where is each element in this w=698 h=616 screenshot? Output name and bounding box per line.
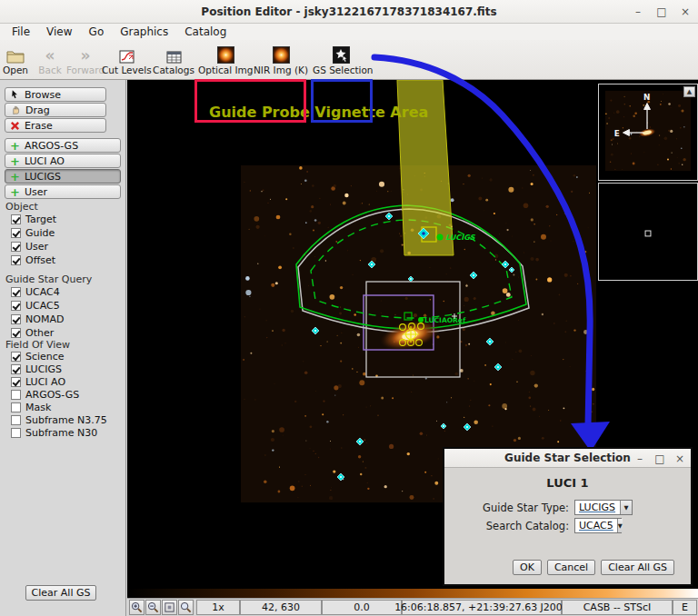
plus-icon: +	[10, 187, 20, 197]
close-icon[interactable]: ×	[674, 452, 685, 465]
compass-east-label: E	[614, 129, 620, 138]
checkbox-subframe-n30[interactable]: Subframe N30	[11, 426, 97, 439]
checkbox-argos-gs-fov[interactable]: ARGOS-GS	[11, 388, 79, 401]
minimize-icon[interactable]: –	[634, 452, 645, 465]
chevron-down-icon: ▼	[617, 519, 623, 532]
checkbox[interactable]	[11, 428, 21, 438]
folder-icon	[2, 42, 29, 64]
checkbox[interactable]	[11, 314, 21, 324]
guide-star-query-title: Guide Star Query	[5, 273, 92, 285]
checkbox[interactable]	[11, 364, 21, 374]
clear-all-gs-button[interactable]: Clear All GS	[601, 560, 674, 575]
checkbox[interactable]	[11, 415, 21, 425]
open-button[interactable]: Open	[2, 42, 29, 78]
sidebar: Browse Drag Erase + ARGOS-GS + LUCI AO +…	[0, 80, 126, 616]
cut-levels-button[interactable]: Cut Levels	[102, 42, 151, 78]
checkbox[interactable]	[11, 390, 21, 400]
zoom-out-button[interactable]	[145, 600, 161, 615]
magnifier-button[interactable]	[178, 600, 194, 615]
checkbox-user[interactable]: User	[11, 240, 48, 253]
nir-image-icon	[273, 46, 290, 64]
minimize-icon[interactable]: –	[633, 5, 643, 18]
checkbox[interactable]	[11, 287, 21, 297]
wcs-coords-readout: 16:06:18.857, +21:39:27.63 J2000	[402, 600, 562, 615]
erase-tool-button[interactable]: Erase	[5, 118, 106, 133]
checkbox-luci-ao-fov[interactable]: LUCI AO	[11, 375, 65, 388]
checkbox-offset[interactable]: Offset	[11, 253, 55, 266]
add-lucigs-button[interactable]: + LUCIGS	[5, 169, 121, 184]
ok-button[interactable]: OK	[513, 560, 542, 575]
dialog-heading: LUCI 1	[444, 476, 691, 490]
menu-catalog[interactable]: Catalog	[176, 25, 234, 38]
add-luci-ao-button[interactable]: + LUCI AO	[5, 154, 121, 168]
plus-icon: +	[10, 172, 20, 182]
clear-all-gs-sidebar-button[interactable]: Clear All GS	[25, 585, 96, 601]
pan-scene: N E	[599, 84, 697, 180]
checkbox[interactable]	[11, 377, 21, 387]
equinox-readout: E	[673, 600, 697, 615]
pixel-value-readout: 0.0	[322, 600, 402, 615]
dialog-title: Guide Star Selection	[504, 452, 631, 464]
dialog-title-bar: Guide Star Selection – □ ×	[444, 449, 691, 468]
drag-tool-button[interactable]: Drag	[5, 103, 106, 117]
zoom-fit-button[interactable]	[162, 600, 177, 615]
status-bar: 1x 42, 630 0.0 16:06:18.857, +21:39:27.6…	[127, 598, 698, 616]
guide-star-type-select[interactable]: LUCIGS ▼	[574, 500, 633, 515]
checkbox-science[interactable]: Science	[11, 350, 65, 363]
checkbox-subframe-n375[interactable]: Subframe N3.75	[11, 413, 107, 426]
menu-graphics[interactable]: Graphics	[112, 25, 176, 38]
survey-readout: CASB -- STScI	[562, 600, 673, 615]
checkbox-mask[interactable]: Mask	[11, 401, 51, 413]
checkbox[interactable]	[11, 328, 21, 338]
checkbox[interactable]	[11, 301, 21, 311]
position-editor-window: Position Editor - jsky312216717837183416…	[0, 0, 698, 616]
checkbox-guide[interactable]: Guide	[11, 226, 55, 239]
checkbox-ucac4[interactable]: UCAC4	[11, 285, 60, 298]
gs-selection-icon	[313, 42, 369, 64]
zoom-in-button[interactable]	[129, 600, 145, 615]
guide-star-type-row: Guide Star Type: LUCIGS ▼	[444, 500, 691, 515]
chevron-right-icon: »	[65, 42, 105, 64]
catalogs-icon	[151, 42, 196, 64]
add-user-button[interactable]: + User	[5, 184, 121, 199]
checkbox[interactable]	[11, 228, 21, 238]
checkbox-other[interactable]: Other	[11, 326, 54, 339]
checkbox[interactable]	[11, 352, 21, 362]
checkbox-lucigs-fov[interactable]: LUCIGS	[11, 363, 62, 375]
pan-window[interactable]: ▲ N E	[598, 84, 698, 181]
back-button[interactable]: « Back	[35, 42, 65, 78]
forward-button[interactable]: » Forward	[65, 42, 105, 78]
cancel-button[interactable]: Cancel	[547, 560, 595, 575]
checkbox-ucac5[interactable]: UCAC5	[11, 299, 60, 312]
pixel-coords-readout: 42, 630	[240, 600, 322, 615]
maximize-icon[interactable]: □	[656, 5, 667, 18]
chevron-left-icon: «	[35, 42, 65, 64]
nir-img-button[interactable]: NIR Img (K)	[254, 42, 308, 78]
zoom-window[interactable]	[598, 183, 698, 281]
cut-levels-icon	[102, 42, 151, 64]
optical-img-button[interactable]: Optical Img	[198, 42, 253, 78]
maximize-icon[interactable]: □	[654, 452, 665, 465]
menu-file[interactable]: File	[4, 25, 38, 38]
title-bar: Position Editor - jsky312216717837183416…	[0, 0, 698, 24]
luci-ao-label: LUCIAORef	[424, 316, 466, 324]
checkbox-nomad[interactable]: NOMAD	[11, 313, 64, 325]
object-section-title: Object	[5, 201, 38, 213]
gs-selection-button[interactable]: GS Selection	[313, 42, 369, 78]
menu-go[interactable]: Go	[81, 25, 113, 38]
checkbox[interactable]	[11, 255, 21, 265]
checkbox[interactable]	[11, 214, 21, 224]
catalogs-button[interactable]: Catalogs	[151, 42, 196, 78]
checkbox-target[interactable]: Target	[11, 213, 56, 225]
checkbox[interactable]	[11, 402, 21, 412]
browse-tool-button[interactable]: Browse	[5, 87, 106, 102]
add-argos-gs-button[interactable]: + ARGOS-GS	[5, 138, 121, 153]
search-catalog-select[interactable]: UCAC5 ▼	[574, 518, 622, 533]
dialog-buttons: OK Cancel Clear All GS	[513, 560, 674, 575]
lucigs-label: LUCIGS	[445, 233, 476, 242]
menu-view[interactable]: View	[38, 25, 80, 38]
close-icon[interactable]: ×	[680, 5, 691, 18]
intensity-colorbar[interactable]	[127, 589, 698, 598]
checkbox[interactable]	[11, 242, 21, 252]
collapse-triangle-icon[interactable]: ▲	[683, 86, 695, 97]
